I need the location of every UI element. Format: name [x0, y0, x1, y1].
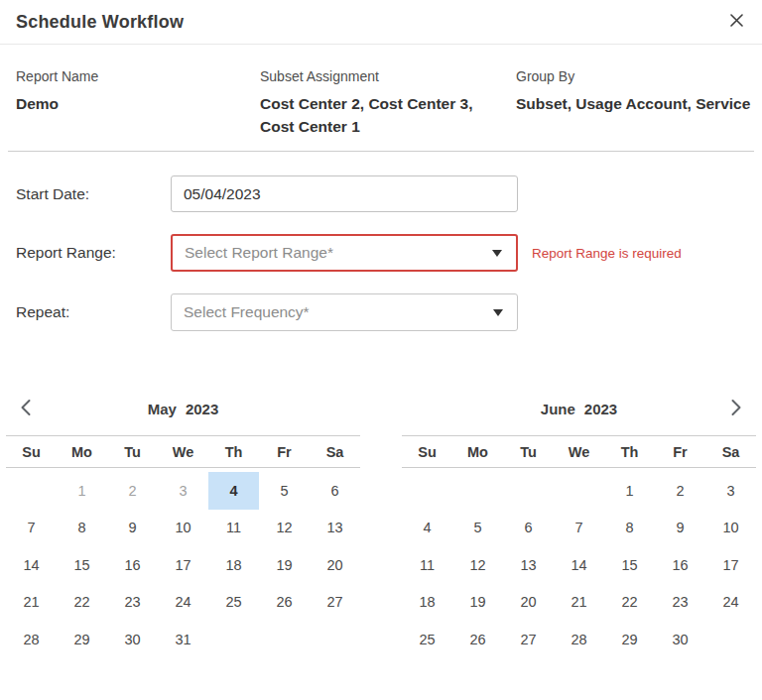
- calendar-day[interactable]: 28: [6, 621, 57, 658]
- chevron-down-icon: [492, 250, 502, 257]
- repeat-placeholder: Select Frequency*: [184, 303, 310, 321]
- calendar-day-empty: [259, 621, 310, 658]
- calendar-day[interactable]: 19: [259, 546, 310, 584]
- calendar-day[interactable]: 2: [655, 472, 705, 510]
- calendar-day[interactable]: 17: [158, 546, 208, 584]
- group-by-value: Subset, Usage Account, Service: [516, 92, 750, 115]
- calendar-day[interactable]: 27: [310, 584, 360, 622]
- calendar-day-empty: [6, 472, 57, 510]
- close-button[interactable]: [723, 9, 749, 35]
- weekday-label: Sa: [310, 444, 360, 460]
- calendar-day-empty: [503, 472, 554, 510]
- calendar-day[interactable]: 30: [107, 621, 158, 658]
- calendar-day[interactable]: 5: [259, 472, 310, 510]
- calendar-month-title: June: [541, 401, 575, 417]
- calendar-day[interactable]: 1: [57, 472, 107, 510]
- subset-assignment-value: Cost Center 2, Cost Center 3, Cost Cente…: [260, 92, 516, 138]
- calendar-day[interactable]: 2: [107, 472, 158, 510]
- report-range-select[interactable]: Select Report Range*: [171, 234, 518, 272]
- calendar-day[interactable]: 20: [310, 546, 360, 584]
- weekday-label: Mo: [452, 444, 503, 460]
- calendar-year-title: 2023: [186, 401, 218, 417]
- calendar-day[interactable]: 11: [208, 510, 259, 547]
- calendar-day[interactable]: 10: [705, 510, 756, 547]
- calendar-day[interactable]: 26: [452, 621, 503, 658]
- calendar-day[interactable]: 25: [402, 621, 452, 658]
- calendar-day[interactable]: 30: [655, 621, 705, 658]
- calendar-day[interactable]: 24: [158, 584, 208, 622]
- calendar-day[interactable]: 21: [6, 584, 57, 622]
- start-date-input[interactable]: [171, 175, 518, 212]
- calendar-day[interactable]: 23: [655, 584, 705, 622]
- calendar-day[interactable]: 11: [402, 546, 452, 584]
- next-month-button[interactable]: [722, 396, 750, 423]
- calendar-day[interactable]: 9: [655, 510, 705, 547]
- calendar-week-row: 18192021222324: [402, 584, 756, 622]
- calendar-day[interactable]: 6: [310, 472, 360, 510]
- calendar-day[interactable]: 21: [554, 584, 604, 622]
- calendar-day[interactable]: 12: [259, 510, 310, 547]
- calendar-day[interactable]: 10: [158, 510, 208, 547]
- group-by-label: Group By: [516, 68, 750, 84]
- weekday-label: Th: [604, 444, 655, 460]
- calendar-day[interactable]: 16: [655, 546, 705, 584]
- weekday-header-row: SuMoTuWeThFrSa: [402, 435, 756, 468]
- calendar-day[interactable]: 8: [604, 510, 655, 547]
- calendar-day[interactable]: 26: [259, 584, 310, 622]
- report-name-column: Report Name Demo: [16, 68, 260, 138]
- calendar-day[interactable]: 9: [107, 510, 158, 547]
- report-name-label: Report Name: [16, 68, 260, 84]
- page-title: Schedule Workflow: [16, 12, 184, 33]
- calendar-day[interactable]: 1: [604, 472, 655, 510]
- calendar-day[interactable]: 22: [57, 584, 107, 622]
- calendar-day[interactable]: 22: [604, 584, 655, 622]
- calendar-day[interactable]: 3: [705, 472, 756, 510]
- calendar-day[interactable]: 20: [503, 584, 554, 622]
- calendar-day[interactable]: 24: [705, 584, 756, 622]
- calendar-day[interactable]: 7: [6, 510, 57, 547]
- calendar-day[interactable]: 29: [604, 621, 655, 658]
- calendar-day[interactable]: 13: [503, 546, 554, 584]
- calendar-week-row: 21222324252627: [6, 584, 360, 622]
- calendar-day[interactable]: 13: [310, 510, 360, 547]
- calendar-day[interactable]: 18: [208, 546, 259, 584]
- calendar-day[interactable]: 5: [452, 510, 503, 547]
- calendar-day[interactable]: 28: [554, 621, 604, 658]
- report-summary: Report Name Demo Subset Assignment Cost …: [0, 45, 762, 151]
- calendar-day[interactable]: 15: [604, 546, 655, 584]
- calendar-day[interactable]: 14: [6, 546, 57, 584]
- calendar-day[interactable]: 23: [107, 584, 158, 622]
- calendar-week-row: 123456: [6, 472, 360, 510]
- weekday-label: Sa: [705, 444, 756, 460]
- chevron-left-icon: [19, 399, 33, 419]
- calendar-day[interactable]: 4: [208, 472, 259, 510]
- calendar-day[interactable]: 7: [554, 510, 604, 547]
- calendar-day[interactable]: 25: [208, 584, 259, 622]
- calendar-day[interactable]: 16: [107, 546, 158, 584]
- chevron-down-icon: [493, 309, 503, 316]
- calendar-day[interactable]: 18: [402, 584, 452, 622]
- dialog-header: Schedule Workflow: [0, 0, 762, 45]
- weekday-label: Mo: [57, 444, 107, 460]
- calendar-day[interactable]: 31: [158, 621, 208, 658]
- calendar-day[interactable]: 8: [57, 510, 107, 547]
- weekday-label: Tu: [107, 444, 158, 460]
- weekday-label: Tu: [503, 444, 554, 460]
- calendar-day[interactable]: 29: [57, 621, 107, 658]
- calendar-day[interactable]: 17: [705, 546, 756, 584]
- calendar-day[interactable]: 12: [452, 546, 503, 584]
- previous-month-button[interactable]: [12, 396, 40, 423]
- calendar-day[interactable]: 3: [158, 472, 208, 510]
- calendar-day[interactable]: 15: [57, 546, 107, 584]
- calendar-week-row: 252627282930: [402, 621, 756, 658]
- calendar-day[interactable]: 19: [452, 584, 503, 622]
- calendar-day[interactable]: 4: [402, 510, 452, 547]
- weekday-label: Su: [6, 444, 57, 460]
- calendar-day[interactable]: 14: [554, 546, 604, 584]
- calendar-day[interactable]: 6: [503, 510, 554, 547]
- weekday-label: Fr: [259, 444, 310, 460]
- repeat-select[interactable]: Select Frequency*: [171, 293, 518, 331]
- calendar-day[interactable]: 27: [503, 621, 554, 658]
- calendar-day-empty: [402, 472, 452, 510]
- calendar-week-row: 11121314151617: [402, 546, 756, 584]
